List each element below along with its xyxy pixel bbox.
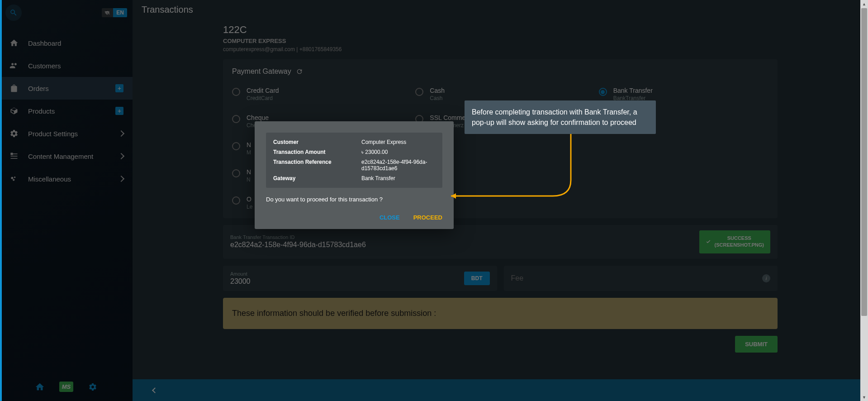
bank-transfer-id-card: Bank Transfer Transaction ID e2c824a2-15…	[223, 225, 778, 259]
radio-icon	[232, 88, 240, 96]
fee-card: Fee i	[504, 266, 778, 291]
home-icon	[9, 38, 19, 48]
svg-rect-0	[11, 153, 13, 155]
chevron-right-icon	[118, 130, 124, 137]
scroll-down-icon[interactable]: ▼	[860, 393, 868, 401]
customer-id: 122C	[223, 24, 778, 36]
settings-button[interactable]	[87, 381, 99, 393]
modal-row-customer: Customer Computer Express	[273, 139, 435, 145]
radio-icon	[415, 88, 423, 96]
modal-details-table: Customer Computer Express Transaction Am…	[266, 133, 442, 188]
bag-icon	[9, 83, 19, 93]
radio-label: N	[247, 141, 251, 148]
success-filename: (SCREENSHOT.PNG)	[715, 242, 764, 248]
customer-email: computerexpress@gmail.com	[223, 46, 295, 53]
amount-card: Amount 23000 BDT	[223, 266, 497, 291]
nav-dashboard[interactable]: Dashboard	[0, 32, 133, 54]
fee-input[interactable]: Fee	[511, 274, 756, 282]
radio-label: O	[247, 196, 252, 203]
nav-product-settings[interactable]: Product Settings	[0, 122, 133, 145]
svg-point-1	[11, 177, 13, 179]
content-icon	[9, 151, 19, 161]
modal-row-amount: Transaction Amount ৳ 23000.00	[273, 149, 435, 155]
search-icon	[9, 9, 18, 17]
radio-label: Cheque	[247, 114, 269, 121]
nav-orders[interactable]: Orders +	[0, 77, 133, 100]
nav-list: Dashboard Customers Orders + Products + …	[0, 25, 133, 190]
left-edge-accent	[0, 0, 2, 401]
nav-label: Orders	[28, 85, 49, 92]
radio-sublabel: M	[247, 149, 251, 156]
confirm-modal: Customer Computer Express Transaction Am…	[255, 121, 454, 229]
radio-icon-selected	[599, 88, 607, 96]
modal-question: Do you want to proceed for this transact…	[266, 196, 442, 203]
nav-customers[interactable]: Customers	[0, 54, 133, 77]
gateway-bank-transfer[interactable]: Bank TransferBankTransfer	[599, 87, 768, 101]
gateway-title: Payment Gateway	[232, 67, 291, 76]
lang-bn[interactable]: বাং	[102, 8, 113, 17]
nav-label: Dashboard	[28, 39, 61, 47]
content-area: 122C COMPUTER EXPRESS computerexpress@gm…	[133, 19, 868, 379]
nav-products[interactable]: Products +	[0, 100, 133, 122]
customer-header: 122C COMPUTER EXPRESS computerexpress@gm…	[223, 24, 778, 53]
nav-miscellaneous[interactable]: Miscellaneous	[0, 167, 133, 190]
modal-value: Computer Express	[361, 139, 406, 145]
upload-success-badge[interactable]: SUCCESS(SCREENSHOT.PNG)	[699, 230, 770, 253]
scroll-up-icon[interactable]: ▲	[860, 0, 868, 8]
plus-icon[interactable]: +	[115, 84, 123, 92]
radio-sublabel: Cash	[430, 95, 445, 101]
submit-button[interactable]: SUBMIT	[735, 336, 778, 353]
annotation-callout: Before completing transaction with Bank …	[465, 100, 656, 134]
sidebar: বাং EN Dashboard Customers Orders + Prod…	[0, 0, 133, 401]
footer-back-chevron-icon[interactable]	[152, 387, 158, 393]
lang-en[interactable]: EN	[113, 8, 127, 17]
home-button[interactable]	[34, 381, 46, 393]
modal-row-reference: Transaction Reference e2c824a2-158e-4f94…	[273, 159, 435, 172]
success-text: SUCCESS	[715, 235, 764, 242]
modal-row-gateway: Gateway Bank Transfer	[273, 175, 435, 181]
radio-sublabel: CreditCard	[247, 95, 279, 101]
svg-point-2	[14, 177, 15, 178]
radio-icon	[232, 196, 240, 205]
misc-icon	[9, 174, 19, 184]
footer-bar	[133, 379, 868, 401]
gear-icon	[9, 129, 19, 138]
plus-icon[interactable]: +	[115, 107, 123, 115]
bank-transfer-id-input[interactable]: e2c824a2-158e-4f94-96da-d15783cd1ae6	[230, 241, 693, 249]
modal-key: Transaction Reference	[273, 159, 361, 172]
gateway-credit-card[interactable]: Credit CardCreditCard	[232, 87, 402, 101]
check-icon	[706, 239, 711, 244]
close-button[interactable]: CLOSE	[379, 214, 400, 221]
currency-badge: BDT	[464, 272, 490, 285]
modal-value: Bank Transfer	[361, 175, 395, 181]
main-panel: Transactions 122C COMPUTER EXPRESS compu…	[133, 0, 868, 401]
amount-input[interactable]: 23000	[230, 277, 457, 286]
scrollbar-thumb[interactable]	[861, 8, 867, 316]
modal-key: Customer	[273, 139, 361, 145]
modal-key: Transaction Amount	[273, 149, 361, 155]
sidebar-top: বাং EN	[0, 0, 133, 25]
users-icon	[9, 61, 19, 71]
gateway-header: Payment Gateway	[232, 67, 768, 76]
modal-value: ৳ 23000.00	[361, 149, 388, 155]
radio-sublabel: N	[247, 177, 251, 183]
nav-label: Miscellaneous	[28, 175, 71, 183]
customer-name: COMPUTER EXPRESS	[223, 38, 778, 44]
input-label: Amount	[230, 271, 457, 277]
info-icon[interactable]: i	[762, 274, 770, 282]
chevron-right-icon	[118, 153, 124, 159]
gateway-cash[interactable]: CashCash	[415, 87, 585, 101]
scrollbar[interactable]: ▲ ▼	[860, 0, 868, 401]
language-toggle[interactable]: বাং EN	[102, 8, 127, 17]
proceed-button[interactable]: PROCEED	[413, 214, 442, 221]
ms-badge[interactable]: MS	[59, 382, 74, 392]
nav-content-management[interactable]: Content Management	[0, 145, 133, 167]
customer-contact: computerexpress@gmail.com | +88017658493…	[223, 46, 778, 53]
page-title: Transactions	[133, 0, 868, 19]
nav-label: Customers	[28, 62, 61, 70]
refresh-icon[interactable]	[296, 68, 303, 75]
chevron-right-icon	[118, 176, 124, 182]
radio-icon	[232, 169, 240, 177]
home-icon	[35, 382, 45, 392]
search-button[interactable]	[5, 5, 22, 21]
